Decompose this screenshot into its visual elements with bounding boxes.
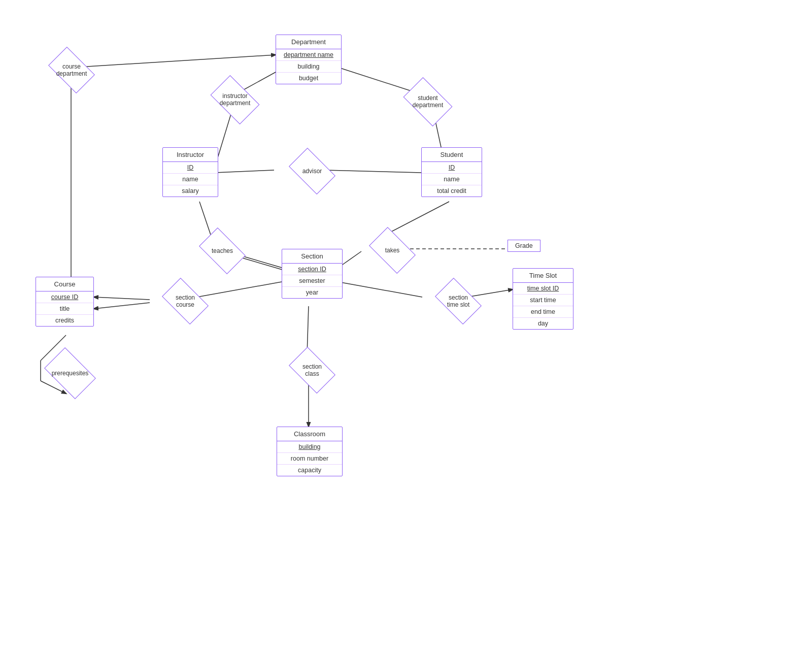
entity-instructor-attr-id: ID: [163, 162, 218, 174]
svg-line-14: [94, 297, 150, 300]
entity-student: Student ID name total credit: [421, 147, 482, 197]
svg-line-8: [199, 202, 211, 235]
entity-timeslot-attr-end: end time: [513, 306, 573, 318]
entity-student-title: Student: [422, 148, 482, 162]
entity-instructor-attr-salary: salary: [163, 185, 218, 197]
entity-classroom-attr-capacity: capacity: [277, 465, 342, 476]
diamond-section-class: sectionclass: [282, 352, 343, 388]
diamond-teaches: teaches: [192, 233, 253, 269]
entity-course-attr-title: title: [36, 303, 93, 315]
entity-instructor: Instructor ID name salary: [162, 147, 218, 197]
entity-department-attr-name: department name: [276, 49, 341, 61]
diamond-student-department: studentdepartment: [392, 81, 463, 122]
entity-course-title: Course: [36, 277, 93, 291]
svg-line-7: [215, 170, 274, 173]
entity-timeslot-attr-id: time slot ID: [513, 283, 573, 295]
diamond-prerequisites: prerequesites: [35, 353, 106, 394]
grade-label: Grade: [507, 240, 540, 252]
diamond-section-timeslot: sectiontime slot: [425, 283, 491, 319]
entity-classroom-attr-room: room number: [277, 453, 342, 465]
entity-department-attr-building: building: [276, 61, 341, 73]
entity-course-attr-credits: credits: [36, 315, 93, 326]
diamond-section-course: sectioncourse: [155, 283, 216, 319]
entity-instructor-attr-name: name: [163, 174, 218, 185]
entity-course: Course course ID title credits: [36, 277, 94, 327]
entity-department-title: Department: [276, 35, 341, 49]
svg-line-11: [386, 202, 449, 235]
entity-department: Department department name building budg…: [276, 35, 342, 84]
entity-section-attr-id: section ID: [282, 264, 342, 275]
diamond-instructor-department: instructordepartment: [199, 79, 270, 120]
er-diagram: Department department name building budg…: [0, 0, 812, 650]
entity-student-attr-name: name: [422, 174, 482, 185]
entity-department-attr-budget: budget: [276, 73, 341, 84]
svg-line-17: [338, 282, 422, 297]
entity-section: Section section ID semester year: [282, 249, 343, 299]
entity-course-attr-id: course ID: [36, 291, 93, 303]
svg-line-15: [94, 303, 150, 309]
entity-student-attr-credit: total credit: [422, 185, 482, 197]
entity-classroom-title: Classroom: [277, 427, 342, 441]
diamond-takes: takes: [364, 233, 420, 268]
entity-section-attr-semester: semester: [282, 275, 342, 287]
entity-timeslot-title: Time Slot: [513, 269, 573, 283]
entity-section-attr-year: year: [282, 287, 342, 298]
diamond-advisor: advisor: [282, 153, 343, 189]
entity-timeslot: Time Slot time slot ID start time end ti…: [513, 268, 573, 330]
entity-section-title: Section: [282, 249, 342, 264]
diamond-course-department: coursedepartment: [39, 50, 105, 90]
entity-student-attr-id: ID: [422, 162, 482, 174]
entity-classroom: Classroom building room number capacity: [277, 427, 343, 476]
entity-classroom-attr-building: building: [277, 441, 342, 453]
entity-timeslot-attr-start: start time: [513, 295, 573, 306]
entity-timeslot-attr-day: day: [513, 318, 573, 329]
entity-instructor-title: Instructor: [163, 148, 218, 162]
